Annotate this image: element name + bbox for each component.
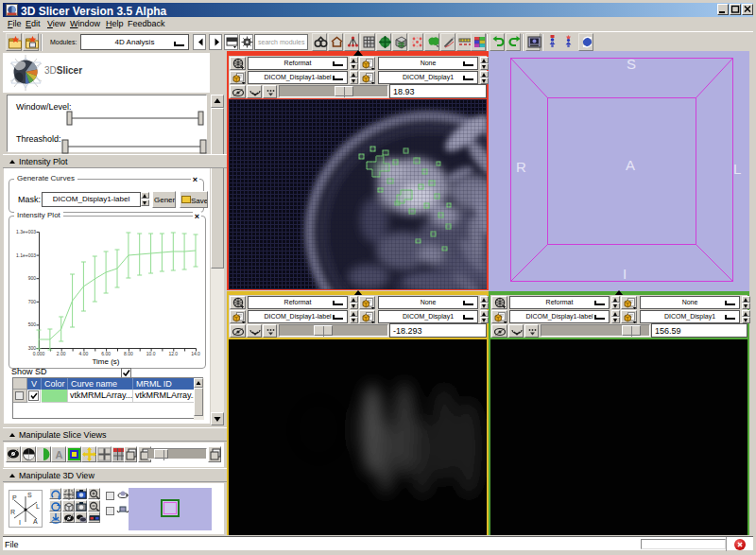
svg-text:A: A — [626, 157, 635, 173]
svg-text:1.1e+003: 1.1e+003 — [16, 252, 36, 258]
svg-text:S: S — [27, 492, 32, 498]
svg-text:4.00: 4.00 — [79, 351, 89, 356]
svg-text:700: 700 — [28, 299, 37, 304]
svg-text:6.00: 6.00 — [101, 351, 111, 356]
svg-text:A: A — [56, 449, 63, 460]
svg-text:R: R — [10, 509, 15, 515]
svg-text:I: I — [623, 266, 627, 282]
svg-text:R: R — [516, 159, 526, 175]
svg-text:P: P — [12, 494, 17, 501]
svg-text:12.0: 12.0 — [168, 351, 178, 356]
svg-text:10.0: 10.0 — [146, 351, 156, 356]
svg-text:500: 500 — [28, 321, 37, 327]
svg-text:900: 900 — [28, 275, 37, 281]
svg-text:Time (s): Time (s) — [92, 357, 119, 366]
svg-text:L: L — [36, 503, 40, 510]
svg-text:L: L — [733, 161, 741, 177]
svg-text:300: 300 — [28, 345, 37, 351]
svg-text:8.00: 8.00 — [124, 351, 133, 356]
svg-text:1.3e+003: 1.3e+003 — [16, 229, 36, 234]
svg-text:0.000: 0.000 — [33, 351, 45, 356]
svg-text:14.0: 14.0 — [191, 351, 200, 356]
svg-text:S: S — [627, 56, 636, 72]
svg-text:I: I — [19, 519, 21, 526]
svg-text:A: A — [33, 518, 38, 525]
svg-text:2.00: 2.00 — [57, 351, 66, 356]
